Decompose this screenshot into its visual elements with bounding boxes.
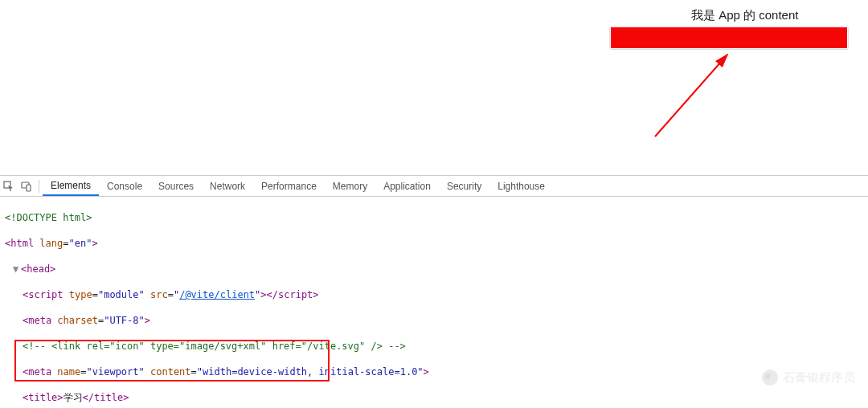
tab-console[interactable]: Console [99,176,150,196]
page-preview: 我是 App 的 content [0,0,868,175]
wechat-icon [762,369,778,386]
svg-line-0 [655,55,727,137]
watermark-text: 石膏银程序员 [783,370,855,386]
dom-head-open[interactable]: ▼<head> [5,263,868,275]
tab-lighthouse[interactable]: Lighthouse [489,176,553,196]
annotation-arrow [643,48,739,145]
my-input-wrapper[interactable] [609,26,849,50]
dom-html-open[interactable]: <html lang="en"> [5,237,868,250]
devtools-panel: Elements Console Sources Network Perform… [0,175,868,408]
tab-sources[interactable]: Sources [150,176,202,196]
inspect-icon[interactable] [0,176,18,196]
svg-point-5 [769,376,774,381]
devtools-tabbar: Elements Console Sources Network Perform… [0,176,868,197]
dom-meta-viewport[interactable]: <meta name="viewport" content="width=dev… [5,365,868,378]
content-label: 我是 App 的 content [691,8,798,23]
tab-performance[interactable]: Performance [253,176,325,196]
watermark: 石膏银程序员 [762,369,855,386]
device-toggle-icon[interactable] [18,176,35,196]
tab-memory[interactable]: Memory [325,176,375,196]
tab-separator [39,180,39,193]
tab-application[interactable]: Application [375,176,439,196]
svg-rect-3 [27,185,31,191]
tab-security[interactable]: Security [439,176,489,196]
dom-title[interactable]: <title>学习</title> [5,391,868,404]
dom-comment-link[interactable]: <!-- <link rel="icon" type="image/svg+xm… [5,340,868,353]
tab-network[interactable]: Network [202,176,253,196]
dom-script-module[interactable]: <script type="module" src="/@vite/client… [5,288,868,301]
dom-meta-charset[interactable]: <meta charset="UTF-8"> [5,314,868,327]
elements-dom-tree[interactable]: <!DOCTYPE html> <html lang="en"> ▼<head>… [0,197,868,408]
dom-doctype[interactable]: <!DOCTYPE html> [5,211,868,224]
tab-elements[interactable]: Elements [43,176,99,196]
el-input-inner[interactable] [611,27,847,48]
